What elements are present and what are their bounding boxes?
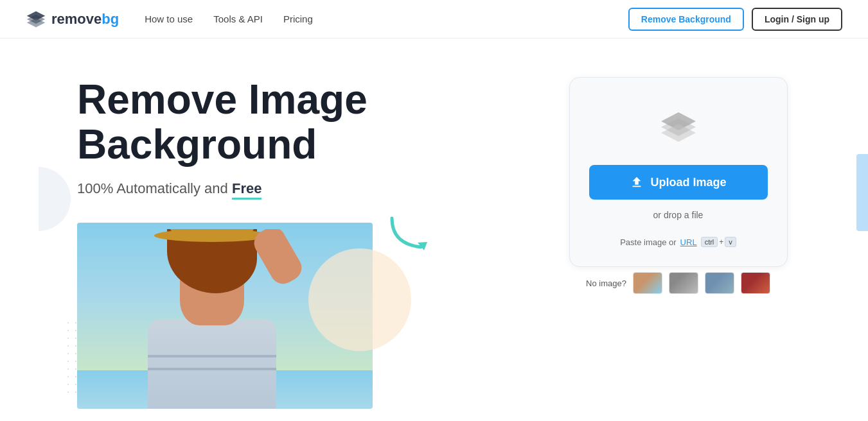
sample-thumbnail-3[interactable]: [705, 272, 734, 294]
v-key: v: [725, 237, 736, 247]
half-circle-decoration: [39, 167, 71, 231]
nav-links: How to use Tools & API Pricing: [145, 13, 628, 24]
drop-file-text: or drop a file: [653, 210, 704, 220]
upload-arrow-icon: [630, 175, 644, 189]
upload-icon-area: [656, 110, 701, 148]
sample-thumbnail-4[interactable]: [741, 272, 770, 294]
no-image-row: No image?: [586, 272, 770, 294]
right-side: Upload Image or drop a file Paste image …: [450, 77, 817, 294]
sample-thumbnail-1[interactable]: [633, 272, 662, 294]
left-side: Remove Image Background 100% Automatical…: [77, 77, 373, 409]
plus-sign: +: [719, 237, 723, 246]
url-link[interactable]: URL: [680, 237, 697, 247]
no-image-label: No image?: [586, 279, 626, 288]
blob-decoration: [308, 248, 411, 351]
layers-icon: [656, 110, 701, 146]
arrow-area: [373, 205, 450, 257]
logo-link[interactable]: removebg: [26, 9, 119, 30]
preview-image-area: [77, 223, 373, 409]
login-signup-button[interactable]: Login / Sign up: [752, 8, 842, 31]
logo-text: removebg: [51, 11, 119, 28]
main-content: Remove Image Background 100% Automatical…: [0, 39, 868, 421]
navbar: removebg How to use Tools & API Pricing …: [0, 0, 868, 39]
hero-subtitle: 100% Automatically and Free: [77, 180, 373, 197]
keyboard-hint: ctrl + v: [701, 237, 736, 247]
nav-how-to-use[interactable]: How to use: [145, 13, 193, 24]
logo-icon: [26, 9, 46, 30]
nav-pricing[interactable]: Pricing: [283, 13, 313, 24]
nav-actions: Remove Background Login / Sign up: [628, 8, 842, 31]
hero-title: Remove Image Background: [77, 77, 373, 168]
curved-arrow-icon: [385, 205, 437, 257]
upload-image-button[interactable]: Upload Image: [589, 165, 768, 200]
ctrl-key: ctrl: [701, 237, 718, 247]
paste-row: Paste image or URL ctrl + v: [620, 237, 736, 247]
paste-text: Paste image or: [620, 237, 676, 247]
sample-thumbnail-2[interactable]: [669, 272, 698, 294]
remove-background-button[interactable]: Remove Background: [628, 8, 744, 31]
upload-box: Upload Image or drop a file Paste image …: [569, 77, 788, 267]
nav-tools-api[interactable]: Tools & API: [213, 13, 263, 24]
blue-accent-decoration: [856, 154, 868, 231]
